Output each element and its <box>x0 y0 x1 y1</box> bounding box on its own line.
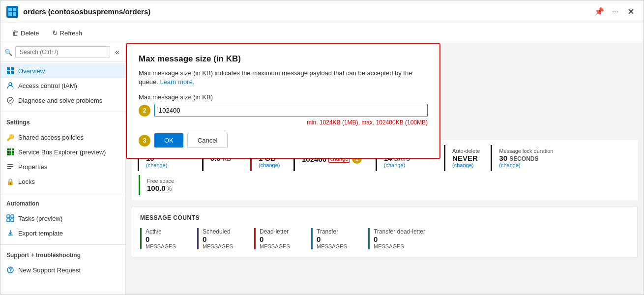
pin-button[interactable]: 📌 <box>592 6 606 17</box>
msg-count-active: Active 0 MESSAGES <box>140 228 189 249</box>
ok-button[interactable]: OK <box>154 133 183 148</box>
delete-button[interactable]: 🗑 Delete <box>6 26 45 40</box>
svg-rect-19 <box>7 164 13 165</box>
metric-change-link[interactable]: (change) <box>259 162 283 168</box>
search-bar: 🔍 « <box>0 43 125 61</box>
metric-auto-delete: Auto-delete NEVER (change) <box>444 145 487 171</box>
svg-rect-6 <box>7 71 10 74</box>
support-section-header: Support + troubleshooting <box>0 247 125 261</box>
metric-label: Message lock duration <box>499 148 553 154</box>
learn-more-link[interactable]: Learn more. <box>160 78 194 86</box>
sidebar-item-tasks[interactable]: Tasks (preview) <box>0 211 125 226</box>
overview-icon <box>6 67 14 75</box>
dialog-hint: min. 1024KB (1MB), max. 102400KB (100MB) <box>139 119 428 126</box>
refresh-button[interactable]: ↻ Refresh <box>47 26 88 40</box>
svg-rect-10 <box>7 148 9 150</box>
msg-count-unit: MESSAGES <box>146 243 189 249</box>
sidebar-item-iam[interactable]: Access control (IAM) <box>0 78 125 93</box>
close-button[interactable]: ✕ <box>624 5 638 18</box>
divider-settings <box>0 112 125 112</box>
sidebar-item-label: Properties <box>18 163 47 171</box>
msg-count-unit: MESSAGES <box>203 243 246 249</box>
search-input[interactable] <box>15 46 110 58</box>
msg-count-transfer: Transfer 0 MESSAGES <box>311 228 360 249</box>
sidebar-item-export[interactable]: Export template <box>0 226 125 240</box>
policies-icon: 🔑 <box>6 133 14 141</box>
metric-change-link[interactable]: (change) <box>146 162 191 168</box>
dialog-input-label: Max message size (in KB) <box>139 93 428 101</box>
msg-count-unit: MESSAGES <box>260 243 303 249</box>
msg-count-scheduled: Scheduled 0 MESSAGES <box>197 228 246 249</box>
sidebar-item-properties[interactable]: Properties <box>0 159 125 174</box>
nav-section-settings: 🔑 Shared access policies Service Bus Exp… <box>0 128 125 191</box>
divider-automation <box>0 193 125 193</box>
msg-counts-grid: Active 0 MESSAGES Scheduled 0 MESSAGES D… <box>140 228 629 249</box>
max-message-size-input[interactable] <box>154 104 428 117</box>
sidebar-item-support[interactable]: New Support Request <box>0 263 125 277</box>
iam-icon <box>6 82 14 89</box>
metric-lock-duration: Message lock duration 30 SECONDS (change… <box>491 145 560 171</box>
metric-change-link[interactable]: (change) <box>499 162 553 168</box>
diagnose-icon <box>6 96 14 104</box>
main-layout: 🔍 « Overview Access control (IAM) <box>0 43 644 295</box>
msg-count-label: Transfer dead-letter <box>374 228 425 235</box>
explorer-icon <box>6 148 14 156</box>
sidebar-item-locks[interactable]: 🔒 Locks <box>0 174 125 189</box>
msg-counts-title: MESSAGE COUNTS <box>140 214 629 221</box>
divider-support <box>0 244 125 245</box>
msg-count-unit: MESSAGES <box>374 243 425 249</box>
metric-change-link[interactable]: (change) <box>452 162 480 168</box>
msg-count-value: 0 <box>317 235 360 243</box>
svg-rect-22 <box>7 215 10 218</box>
svg-rect-1 <box>13 8 16 11</box>
sidebar-item-label: Overview <box>18 67 45 75</box>
msg-count-label: Scheduled <box>203 228 246 235</box>
sidebar-item-label: Diagnose and solve problems <box>18 97 102 104</box>
svg-point-8 <box>9 83 12 86</box>
message-counts-card: MESSAGE COUNTS Active 0 MESSAGES Schedul… <box>132 206 638 258</box>
nav-section-automation: Tasks (preview) Export template <box>0 209 125 242</box>
sidebar-item-diagnose[interactable]: Diagnose and solve problems <box>0 93 125 108</box>
svg-rect-18 <box>12 153 14 155</box>
svg-rect-7 <box>11 71 14 74</box>
msg-count-deadletter: Dead-letter 0 MESSAGES <box>254 228 303 249</box>
sidebar-item-policies[interactable]: 🔑 Shared access policies <box>0 130 125 145</box>
svg-rect-24 <box>7 219 10 222</box>
svg-rect-2 <box>8 12 12 16</box>
dialog-box: Max message size (in KB) Max message siz… <box>126 43 440 159</box>
sidebar-item-explorer[interactable]: Service Bus Explorer (preview) <box>0 145 125 159</box>
dialog-title: Max message size (in KB) <box>139 54 428 64</box>
page-title: orders (contososbuspremns/orders) <box>23 7 592 16</box>
metric-change-link[interactable]: (change) <box>384 162 433 168</box>
free-space-value: 100.0 <box>147 184 166 192</box>
collapse-button[interactable]: « <box>113 47 121 58</box>
msg-count-unit: MESSAGES <box>317 243 360 249</box>
svg-rect-20 <box>7 166 13 167</box>
sidebar-item-overview[interactable]: Overview <box>0 63 125 78</box>
msg-count-value: 0 <box>260 235 303 243</box>
svg-point-27 <box>10 271 11 272</box>
msg-count-value: 0 <box>203 235 246 243</box>
svg-rect-23 <box>11 215 14 218</box>
svg-rect-11 <box>9 148 11 150</box>
more-button[interactable]: ··· <box>610 6 620 17</box>
svg-rect-17 <box>9 153 11 155</box>
step-2-badge: 2 <box>139 105 150 117</box>
msg-count-value: 0 <box>146 235 189 243</box>
export-icon <box>6 229 14 237</box>
svg-rect-13 <box>7 151 9 153</box>
svg-rect-16 <box>7 153 9 155</box>
svg-rect-5 <box>11 67 14 70</box>
search-icon: 🔍 <box>4 49 12 56</box>
nav-section-support: New Support Request <box>0 261 125 279</box>
cancel-button[interactable]: Cancel <box>187 133 228 148</box>
automation-section-header: Automation <box>0 195 125 209</box>
sidebar-item-label: Export template <box>18 230 63 237</box>
svg-rect-3 <box>13 12 16 16</box>
title-bar-actions: 📌 ··· ✕ <box>592 5 638 18</box>
msg-count-transfer-deadletter: Transfer dead-letter 0 MESSAGES <box>368 228 425 249</box>
nav-section-main: Overview Access control (IAM) Diagnose a… <box>0 61 125 110</box>
app-icon <box>6 6 18 18</box>
sidebar-item-label: Shared access policies <box>18 134 84 141</box>
svg-rect-15 <box>12 151 14 153</box>
